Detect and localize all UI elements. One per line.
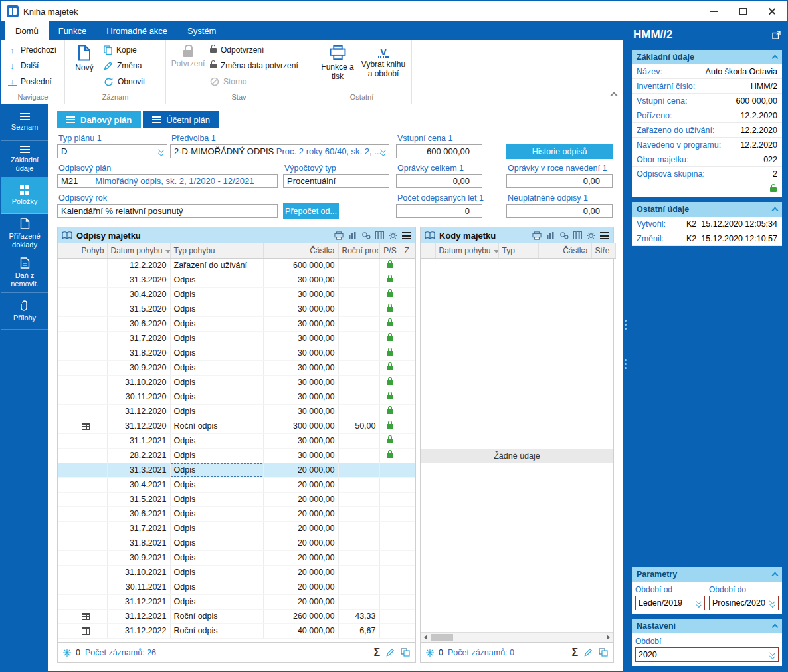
vybrat-knihu-a-obdobi-button[interactable]: V Vybrat knihu a období: [359, 42, 407, 92]
vypoctovy-typ-field[interactable]: Procentuální: [283, 174, 389, 188]
settings-gear-icon[interactable]: [587, 231, 595, 240]
copy-table-icon[interactable]: [599, 648, 608, 657]
col-castka[interactable]: Částka: [538, 243, 591, 258]
copy-table-icon[interactable]: [401, 648, 410, 657]
odpisy-table-row[interactable]: 31.7.2021Odpis20 000,00: [58, 521, 415, 536]
col-z[interactable]: Z: [401, 243, 415, 258]
odpisy-table-row[interactable]: 31.10.2021Odpis20 000,00: [58, 565, 415, 580]
zmena-data-potvrzeni-button[interactable]: Změna data potvrzení: [207, 58, 302, 74]
vstupni-cena-field[interactable]: 600 000,00: [396, 144, 482, 158]
col-typ[interactable]: Typ: [498, 243, 538, 258]
ribbon-tab-system[interactable]: Systém: [177, 21, 226, 40]
sidebar-item-prilohy[interactable]: Přílohy: [1, 293, 48, 330]
odpisy-table-row[interactable]: 31.5.2020Odpis30 000,00: [58, 302, 415, 316]
odpisy-table-row[interactable]: 31.12.2021Roční odpis260 000,0043,33: [58, 609, 415, 623]
ribbon-collapse-chevron-icon[interactable]: [610, 92, 617, 99]
opravky-v-roce-field[interactable]: 0,00: [506, 174, 613, 188]
odpisy-table-row[interactable]: 31.8.2020Odpis30 000,00: [58, 346, 415, 360]
odpisy-table-row[interactable]: 12.2.2020Zařazení do užívání600 000,00: [58, 258, 415, 273]
gears-icon[interactable]: [361, 231, 371, 239]
chart-icon[interactable]: [546, 231, 555, 239]
odpisy-table-row[interactable]: 31.7.2020Odpis30 000,00: [58, 331, 415, 346]
edit-icon[interactable]: [386, 648, 395, 657]
menu-icon[interactable]: [402, 232, 411, 239]
odpisy-table-row[interactable]: 30.4.2021Odpis20 000,00: [58, 477, 415, 492]
open-in-window-button[interactable]: [772, 31, 781, 39]
odpisy-table-row[interactable]: 31.3.2021Odpis20 000,00: [58, 463, 415, 477]
scrollbar-thumb[interactable]: [431, 634, 453, 641]
odpisovy-plan-field[interactable]: M21 Mimořádný odpis, sk. 2, 1/2020 - 12/…: [57, 174, 278, 188]
print-icon[interactable]: [532, 231, 542, 240]
odpisy-table-row[interactable]: 30.11.2020Odpis30 000,00: [58, 390, 415, 404]
sum-icon[interactable]: Σ: [571, 647, 578, 658]
sidebar-item-polozky[interactable]: Položky: [1, 177, 48, 214]
predvolba-select[interactable]: 2-D-MIMOŘÁDNÝ ODPIS Proc. 2 roky 60/40, …: [170, 144, 389, 158]
funkce-a-tisk-button[interactable]: Funkce a tisk: [316, 42, 359, 92]
odpisy-table-row[interactable]: 30.4.2020Odpis30 000,00: [58, 287, 415, 302]
odpisy-table-row[interactable]: 30.6.2021Odpis20 000,00: [58, 506, 415, 521]
panel-splitter[interactable]: [623, 21, 627, 671]
predchozi-button[interactable]: ↑ Předchozí: [5, 42, 61, 58]
odpisy-table-row[interactable]: 31.12.2021Odpis20 000,00: [58, 594, 415, 609]
pocet-odepsanych-let-field[interactable]: 0: [396, 204, 482, 218]
historie-odpisu-button[interactable]: Historie odpisů: [506, 144, 613, 159]
potvrzeni-button[interactable]: Potvrzení: [169, 42, 207, 92]
tab-danovy-plan[interactable]: Daňový plán: [57, 111, 141, 128]
odpisy-table-row[interactable]: 31.10.2020Odpis30 000,00: [58, 375, 415, 390]
odpisy-table-row[interactable]: 30.9.2021Odpis20 000,00: [58, 550, 415, 565]
obdobi-do-select[interactable]: Prosinec/2020: [709, 596, 779, 610]
kopie-button[interactable]: Kopie: [100, 42, 148, 58]
ribbon-tab-hromadne-akce[interactable]: Hromadné akce: [96, 21, 177, 40]
sidebar-item-seznam[interactable]: Seznam: [1, 104, 48, 141]
obdobi-select[interactable]: 2020: [635, 647, 779, 662]
print-icon[interactable]: [334, 231, 344, 240]
odpisy-table-row[interactable]: 30.6.2020Odpis30 000,00: [58, 316, 415, 331]
section-header-nastaveni[interactable]: Nastavení: [632, 619, 782, 633]
storno-button[interactable]: Storno: [207, 74, 302, 90]
odpisovy-rok-field[interactable]: Kalendářní % relativní posunutý: [57, 204, 278, 218]
gears-icon[interactable]: [559, 231, 569, 239]
sidebar-item-prirazene-doklady[interactable]: Přiřazené doklady: [1, 214, 48, 253]
neuplatnene-odpisy-field[interactable]: 0,00: [506, 204, 613, 218]
section-header-parametry[interactable]: Parametry: [632, 567, 782, 582]
section-header-ostatni-udaje[interactable]: Ostatní údaje: [632, 202, 782, 217]
sidebar-item-zakladni-udaje[interactable]: Základní údaje: [1, 141, 48, 177]
col-selector[interactable]: [421, 243, 435, 258]
odpisy-table-row[interactable]: 30.11.2021Odpis20 000,00: [58, 580, 415, 594]
col-datum-pohybu[interactable]: Datum pohybu: [107, 243, 170, 258]
tab-ucetni-plan[interactable]: Účetní plán: [143, 111, 219, 128]
dalsi-button[interactable]: ↓ Další: [5, 58, 61, 74]
section-header-zakladni-udaje[interactable]: Základní údaje: [632, 50, 782, 64]
opravky-celkem-field[interactable]: 0,00: [396, 174, 482, 188]
col-selector[interactable]: [58, 243, 78, 258]
col-ps[interactable]: P/S: [379, 243, 401, 258]
typ-planu-select[interactable]: D: [57, 144, 167, 158]
obnovit-button[interactable]: Obnovit: [100, 74, 148, 90]
columns-icon[interactable]: [375, 231, 384, 239]
sidebar-item-dan-z-nemovit[interactable]: Daň z nemovit.: [1, 253, 48, 292]
scroll-right-button[interactable]: [603, 633, 613, 642]
obdobi-od-select[interactable]: Leden/2019: [635, 596, 705, 610]
col-pohyb[interactable]: Pohyb: [78, 243, 107, 258]
maximize-button[interactable]: [728, 1, 757, 21]
col-datum-pohybu[interactable]: Datum pohybu: [435, 243, 498, 258]
odpisy-table-row[interactable]: 31.12.2020Odpis30 000,00: [58, 404, 415, 419]
zmena-button[interactable]: Změna: [100, 58, 148, 74]
sum-icon[interactable]: Σ: [373, 647, 380, 658]
col-stredisko[interactable]: Stře: [591, 243, 615, 258]
ribbon-tab-funkce[interactable]: Funkce: [49, 21, 97, 40]
minimize-button[interactable]: [699, 1, 728, 21]
col-castka[interactable]: Částka: [263, 243, 338, 258]
odpisy-table-row[interactable]: 31.12.2020Roční odpis300 000,0050,00: [58, 419, 415, 433]
close-button[interactable]: [757, 1, 787, 21]
odpisy-table-row[interactable]: 30.9.2020Odpis30 000,00: [58, 360, 415, 375]
novy-button[interactable]: Nový: [68, 42, 100, 92]
ribbon-tab-domu[interactable]: Domů: [5, 21, 49, 40]
odpisy-table-row[interactable]: 28.2.2021Odpis30 000,00: [58, 448, 415, 463]
odpisy-table-row[interactable]: 31.3.2020Odpis30 000,00: [58, 273, 415, 287]
snowflake-icon[interactable]: [426, 649, 434, 657]
settings-gear-icon[interactable]: [389, 231, 397, 240]
prepocet-od-button[interactable]: Přepočet od...: [283, 203, 339, 219]
columns-icon[interactable]: [573, 231, 582, 239]
posledni-button[interactable]: ↓ Poslední: [5, 74, 61, 90]
